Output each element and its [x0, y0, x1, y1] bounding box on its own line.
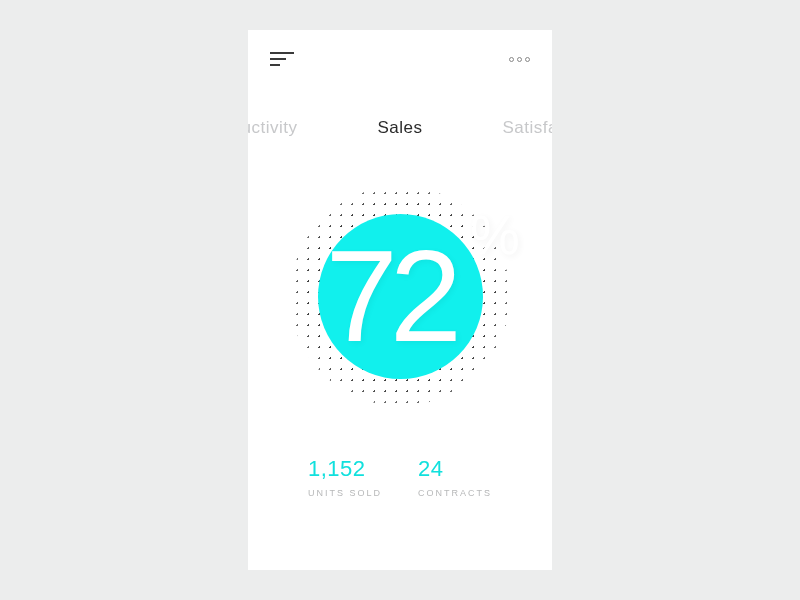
- stat-label: Units Sold: [308, 488, 382, 498]
- percentage-value: 72: [325, 231, 454, 361]
- app-screen: Productivity Sales Satisfaction 72 % 1,1…: [248, 30, 552, 570]
- stat-value: 1,152: [308, 456, 382, 482]
- stat-value: 24: [418, 456, 492, 482]
- stat-label: Contracts: [418, 488, 492, 498]
- more-icon[interactable]: [509, 57, 530, 62]
- percent-symbol: %: [470, 202, 520, 267]
- menu-icon[interactable]: [270, 52, 294, 66]
- stats-row: 1,152 Units Sold 24 Contracts: [248, 456, 552, 498]
- topbar: [248, 30, 552, 66]
- tab-satisfaction[interactable]: Satisfaction: [503, 118, 552, 138]
- stat-contracts: 24 Contracts: [418, 456, 492, 498]
- percentage-display: 72 %: [248, 166, 552, 426]
- tabs: Productivity Sales Satisfaction: [248, 118, 552, 138]
- stat-units-sold: 1,152 Units Sold: [308, 456, 382, 498]
- tab-sales[interactable]: Sales: [377, 118, 422, 138]
- tab-productivity[interactable]: Productivity: [248, 118, 297, 138]
